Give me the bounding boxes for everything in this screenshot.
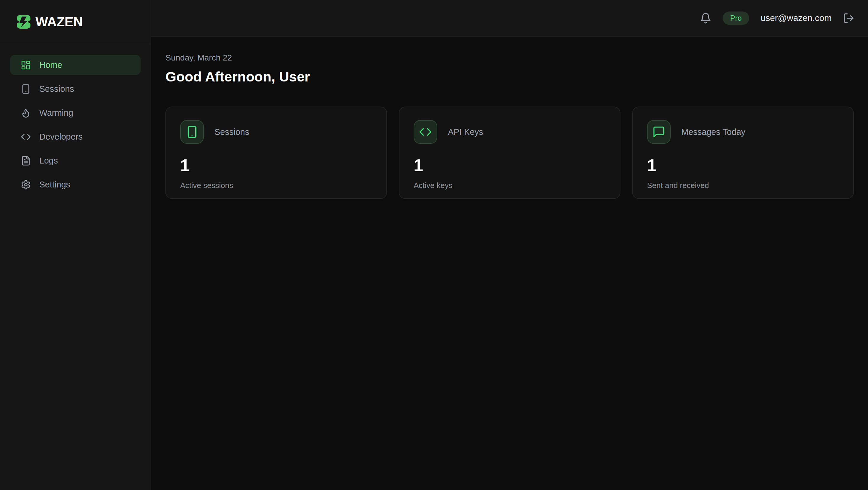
stat-card-api-keys: API Keys 1 Active keys (399, 106, 620, 199)
sidebar-item-label: Home (39, 60, 62, 70)
card-title: Messages Today (681, 127, 745, 137)
sidebar-item-label: Settings (39, 180, 70, 190)
code-icon (414, 120, 437, 144)
bell-icon[interactable] (700, 12, 711, 24)
card-header: Sessions (180, 120, 372, 144)
card-value: 1 (647, 157, 839, 174)
card-title: Sessions (215, 127, 249, 137)
card-subtitle: Sent and received (647, 181, 839, 190)
sidebar-item-settings[interactable]: Settings (10, 174, 141, 195)
smartphone-icon (21, 84, 31, 94)
wazen-logo-icon (17, 15, 31, 29)
sidebar-item-developers[interactable]: Developers (10, 127, 141, 147)
sidebar-item-label: Logs (39, 156, 58, 166)
brand-name: WAZEN (35, 14, 83, 30)
main-content: Sunday, March 22 Good Afternoon, User Se… (151, 37, 868, 216)
log-out-icon[interactable] (843, 12, 855, 24)
greeting-heading: Good Afternoon, User (165, 68, 854, 85)
stat-cards-row: Sessions 1 Active sessions API Keys (165, 106, 854, 199)
smartphone-icon (180, 120, 204, 144)
file-text-icon (21, 156, 31, 166)
user-email: user@wazen.com (761, 13, 832, 23)
card-header: API Keys (414, 120, 606, 144)
topbar: Pro user@wazen.com (151, 0, 868, 37)
flame-icon (21, 108, 31, 118)
card-title: API Keys (448, 127, 483, 137)
stat-card-sessions: Sessions 1 Active sessions (165, 106, 387, 199)
sidebar-item-logs[interactable]: Logs (10, 151, 141, 171)
app-root: WAZEN Home Sessions Warming (0, 0, 868, 490)
stat-card-messages-today: Messages Today 1 Sent and received (632, 106, 854, 199)
sidebar-item-sessions[interactable]: Sessions (10, 79, 141, 99)
brand-logo: WAZEN (0, 0, 151, 44)
sidebar-item-label: Warming (39, 108, 73, 118)
sidebar-item-label: Developers (39, 132, 83, 142)
card-value: 1 (414, 157, 606, 174)
sidebar-nav: Home Sessions Warming Developers (0, 44, 151, 205)
plan-badge: Pro (723, 11, 749, 25)
message-square-icon (647, 120, 671, 144)
card-header: Messages Today (647, 120, 839, 144)
card-value: 1 (180, 157, 372, 174)
current-date: Sunday, March 22 (165, 53, 854, 63)
code-icon (21, 132, 31, 142)
card-subtitle: Active sessions (180, 181, 372, 190)
gear-icon (21, 179, 31, 190)
dashboard-icon (21, 60, 31, 70)
sidebar-item-home[interactable]: Home (10, 55, 141, 75)
sidebar-item-label: Sessions (39, 84, 74, 94)
card-subtitle: Active keys (414, 181, 606, 190)
sidebar-item-warming[interactable]: Warming (10, 103, 141, 123)
main-column: Pro user@wazen.com Sunday, March 22 Good… (151, 0, 868, 490)
sidebar: WAZEN Home Sessions Warming (0, 0, 151, 490)
